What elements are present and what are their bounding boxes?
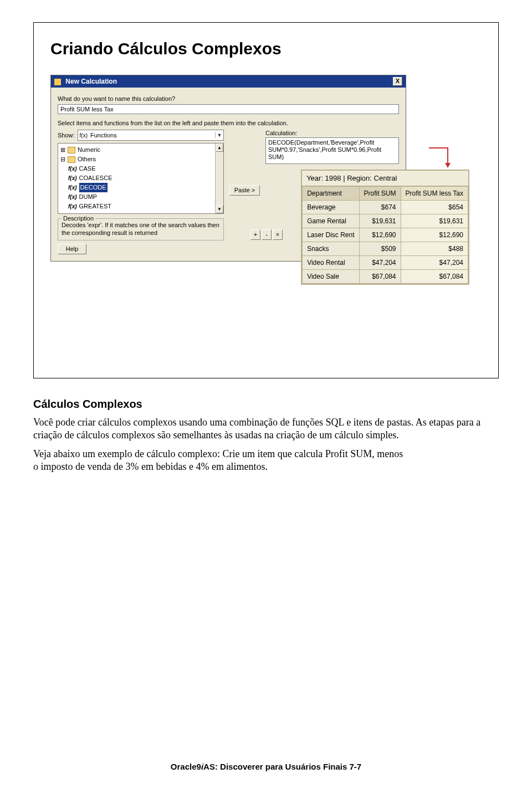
op-minus-button[interactable]: - [262, 229, 272, 240]
tree-item[interactable]: f(x)COALESCE [60, 173, 221, 183]
show-value: Functions [89, 132, 215, 139]
tree-label: COALESCE [79, 173, 112, 183]
page-footer: Oracle9iAS: Discoverer para Usuários Fin… [33, 762, 499, 771]
fx-icon: f(x) [78, 132, 89, 139]
col-department: Department [303, 187, 359, 201]
slide-frame: Criando Cálculos Complexos New Calculati… [33, 22, 499, 378]
body-text: Cálculos Complexos Você pode criar cálcu… [33, 398, 499, 474]
show-dropdown[interactable]: f(x) Functions ▼ [78, 130, 224, 141]
paragraph: o imposto de venda de 3% em bebidas e 4%… [33, 460, 499, 473]
help-button[interactable]: Help [58, 244, 86, 254]
tree-label: DECODE [79, 183, 108, 192]
tree-label: CASE [79, 164, 96, 173]
result-panel: Year: 1998 | Region: Central Department … [301, 170, 469, 285]
scroll-up-icon[interactable]: ▲ [216, 144, 223, 152]
description-group: Description Decodes 'expr'. If it matche… [58, 218, 224, 240]
chevron-down-icon: ▼ [215, 132, 223, 138]
table-row: Laser Disc Rent$12,690$12,690 [303, 228, 468, 242]
calc-label: Calculation: [265, 130, 399, 136]
table-row: Video Rental$47,204$47,204 [303, 256, 468, 270]
close-button[interactable]: X [393, 77, 402, 86]
show-label: Show: [58, 132, 75, 139]
tree-item[interactable]: f(x)CASE [60, 164, 221, 173]
fx-icon: f(x) [68, 192, 77, 202]
result-table: Department Profit SUM Profit SUM less Ta… [302, 186, 468, 284]
description-text: Decodes 'expr'. If it matches one of the… [62, 221, 220, 237]
calculation-textarea[interactable]: DECODE(Department,'Beverage',Profit SUM*… [265, 137, 399, 164]
scroll-down-icon[interactable]: ▼ [216, 205, 223, 213]
fx-icon: f(x) [68, 183, 77, 192]
table-row: Snacks$509$488 [303, 242, 468, 256]
slide-title: Criando Cálculos Complexos [50, 39, 487, 58]
footer-text: Oracle9 [171, 762, 201, 771]
fx-icon: f(x) [68, 164, 77, 173]
expand-minus-icon[interactable]: ⊟ [60, 155, 65, 164]
folder-icon [68, 147, 75, 153]
dialog-title: New Calculation [54, 78, 117, 85]
paste-button[interactable]: Paste > [229, 185, 260, 196]
tree-label: GREATEST [79, 202, 111, 211]
col-profit-sum: Profit SUM [359, 187, 401, 201]
tree-others[interactable]: Others [78, 155, 96, 164]
paragraph: Você pode criar cálculos complexos usand… [33, 416, 499, 442]
folder-icon [68, 156, 75, 163]
tree-label: DUMP [79, 192, 97, 202]
dialog-titlebar: New Calculation X [51, 75, 406, 88]
fx-icon: f(x) [68, 202, 77, 211]
table-row: Beverage$674$654 [303, 201, 468, 214]
table-row: Video Sale$67,084$67,084 [303, 270, 468, 284]
tree-numeric[interactable]: Numeric [78, 145, 100, 155]
col-profit-less-tax: Profit SUM less Tax [401, 187, 468, 201]
fx-icon: f(x) [68, 173, 77, 183]
section-heading: Cálculos Complexos [33, 398, 499, 411]
new-calculation-dialog: New Calculation X What do you want to na… [50, 75, 406, 262]
expand-plus-icon[interactable]: ⊞ [60, 145, 65, 155]
result-header: Year: 1998 | Region: Central [302, 171, 468, 186]
tree-item[interactable]: f(x)DUMP [60, 192, 221, 202]
name-prompt: What do you want to name this calculatio… [58, 95, 399, 102]
scrollbar[interactable]: ▲ ▼ [215, 144, 223, 213]
description-legend: Description [62, 215, 95, 222]
calc-name-input[interactable] [58, 104, 399, 114]
table-row: Game Rental$19,631$19,631 [303, 214, 468, 228]
tree-item-selected[interactable]: f(x)DECODE [60, 183, 221, 192]
select-prompt: Select items and functions from the list… [58, 120, 399, 126]
footer-text: AS: Discoverer para Usuários Finais 7-7 [203, 762, 361, 771]
tree-item[interactable]: f(x)GREATEST [60, 202, 221, 211]
paragraph: Veja abaixo um exemplo de cálculo comple… [33, 448, 499, 460]
dialog-icon [54, 79, 61, 85]
op-plus-button[interactable]: + [250, 229, 260, 240]
functions-tree[interactable]: ⊞Numeric ⊟Others f(x)CASE f(x)COALESCE f… [58, 143, 224, 214]
op-mult-button[interactable]: × [273, 229, 283, 240]
dialog-title-text: New Calculation [65, 78, 117, 85]
